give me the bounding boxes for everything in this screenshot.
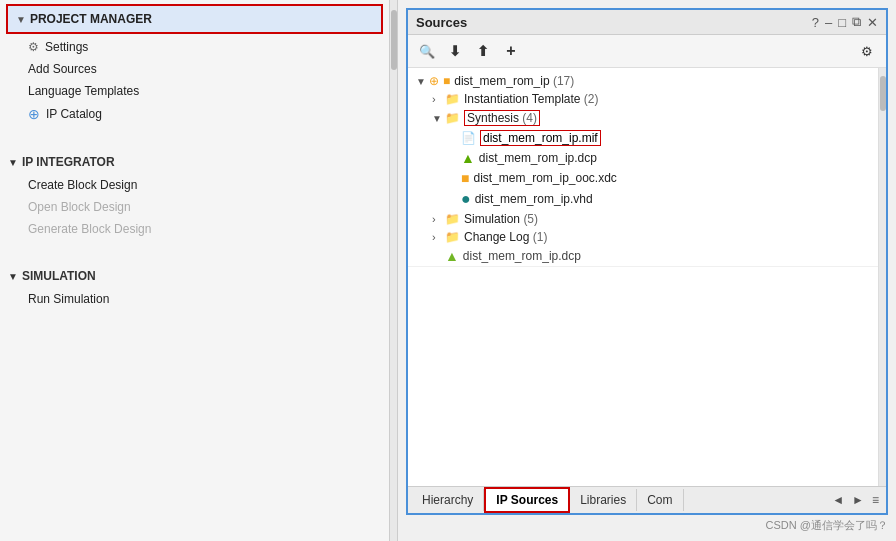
left-scroll-thumb	[391, 10, 397, 70]
tree-item-ooc-xdc[interactable]: ■ dist_mem_rom_ip_ooc.xdc	[408, 168, 878, 188]
close-button[interactable]: ✕	[867, 15, 878, 30]
tree-item-dcp2[interactable]: ▲ dist_mem_rom_ip.dcp	[408, 246, 878, 267]
tab-label-ip-sources: IP Sources	[496, 493, 558, 507]
sources-toolbar: 🔍 ⬇ ⬆ + ⚙	[408, 35, 886, 68]
titlebar-controls: ? – □ ⧉ ✕	[812, 14, 878, 30]
minimize-button[interactable]: –	[825, 15, 832, 30]
tree-label-simulation-folder: Simulation (5)	[464, 212, 538, 226]
tree-label-vhd: dist_mem_rom_ip.vhd	[475, 192, 593, 206]
folder-icon-synthesis: 📁	[445, 111, 460, 125]
sources-window: Sources ? – □ ⧉ ✕ 🔍 ⬇ ⬆ + ⚙ ▼	[406, 8, 888, 515]
orange-file-icon: ■	[443, 74, 450, 88]
section-simulation[interactable]: ▼ SIMULATION	[0, 264, 389, 288]
tab-libraries[interactable]: Libraries	[570, 489, 637, 511]
tab-hierarchy[interactable]: Hierarchy	[412, 489, 484, 511]
teal-dot-icon: ●	[461, 190, 471, 208]
tree-label-dist-mem-rom-ip: dist_mem_rom_ip (17)	[454, 74, 574, 88]
section-ip-integrator[interactable]: ▼ IP INTEGRATOR	[0, 150, 389, 174]
add-button[interactable]: +	[498, 39, 524, 63]
left-panel: ▼ PROJECT MANAGER ⚙ Settings Add Sources…	[0, 0, 390, 541]
section-label-project-manager: PROJECT MANAGER	[30, 12, 152, 26]
sidebar-item-label-generate-block-design: Generate Block Design	[28, 222, 151, 236]
tree-label-ooc-xdc: dist_mem_rom_ip_ooc.xdc	[473, 171, 616, 185]
ip-file-icon: ⊕	[429, 74, 439, 88]
sidebar-item-ip-catalog[interactable]: ⊕ IP Catalog	[0, 102, 389, 126]
sources-tabs: Hierarchy IP Sources Libraries Com ◄ ► ≡	[408, 486, 886, 513]
folder-icon-instantiation: 📁	[445, 92, 460, 106]
tree-item-vhd[interactable]: ● dist_mem_rom_ip.vhd	[408, 188, 878, 210]
sidebar-item-create-block-design[interactable]: Create Block Design	[0, 174, 389, 196]
section-label-ip-integrator: IP INTEGRATOR	[22, 155, 115, 169]
sources-title: Sources	[416, 15, 467, 30]
tree-label-dcp1: dist_mem_rom_ip.dcp	[479, 151, 597, 165]
file-tree: ▼ ⊕ ■ dist_mem_rom_ip (17) › 📁 Instantia…	[408, 68, 878, 486]
sidebar-item-run-simulation[interactable]: Run Simulation	[0, 288, 389, 310]
chevron-project-manager: ▼	[16, 14, 26, 25]
file-icon-mif: 📄	[461, 131, 476, 145]
tree-item-synthesis[interactable]: ▼ 📁 Synthesis (4)	[408, 108, 878, 128]
left-scrollbar[interactable]	[390, 0, 398, 541]
orange-square-icon: ■	[461, 170, 469, 186]
section-label-simulation: SIMULATION	[22, 269, 96, 283]
sidebar-item-label-open-block-design: Open Block Design	[28, 200, 131, 214]
search-button[interactable]: 🔍	[414, 39, 440, 63]
sidebar-item-label-ip-catalog: IP Catalog	[46, 107, 102, 121]
chevron-dist-mem-rom-ip: ▼	[416, 76, 426, 87]
sidebar-item-label-run-simulation: Run Simulation	[28, 292, 109, 306]
maximize-button[interactable]: □	[838, 15, 846, 30]
tree-label-change-log: Change Log (1)	[464, 230, 547, 244]
sidebar-item-language-templates[interactable]: Language Templates	[0, 80, 389, 102]
watermark-text: CSDN @通信学会了吗？	[766, 519, 888, 531]
chevron-ip-integrator: ▼	[8, 157, 18, 168]
collapse-button[interactable]: ⬇	[442, 39, 468, 63]
tab-com[interactable]: Com	[637, 489, 683, 511]
right-panel: Sources ? – □ ⧉ ✕ 🔍 ⬇ ⬆ + ⚙ ▼	[398, 0, 896, 541]
tab-menu-button[interactable]: ≡	[869, 491, 882, 509]
tree-label-synthesis: Synthesis (4)	[464, 110, 540, 126]
sidebar-item-add-sources[interactable]: Add Sources	[0, 58, 389, 80]
green-triangle-icon-2: ▲	[445, 248, 459, 264]
right-scroll-thumb	[880, 76, 886, 111]
tree-item-dist-mem-rom-ip[interactable]: ▼ ⊕ ■ dist_mem_rom_ip (17)	[408, 72, 878, 90]
sidebar-item-open-block-design: Open Block Design	[0, 196, 389, 218]
tab-label-hierarchy: Hierarchy	[422, 493, 473, 507]
tab-next-button[interactable]: ►	[849, 491, 867, 509]
sidebar-item-label-settings: Settings	[45, 40, 88, 54]
chevron-change-log: ›	[432, 231, 442, 243]
gear-settings-button[interactable]: ⚙	[854, 39, 880, 63]
watermark: CSDN @通信学会了吗？	[406, 518, 888, 533]
gear-icon: ⚙	[28, 40, 39, 54]
tree-label-instantiation-template: Instantiation Template (2)	[464, 92, 599, 106]
folder-icon-change-log: 📁	[445, 230, 460, 244]
tree-label-dcp2: dist_mem_rom_ip.dcp	[463, 249, 581, 263]
chevron-simulation: ▼	[8, 271, 18, 282]
tree-item-change-log[interactable]: › 📁 Change Log (1)	[408, 228, 878, 246]
tab-label-com: Com	[647, 493, 672, 507]
tree-item-mif[interactable]: 📄 dist_mem_rom_ip.mif	[408, 128, 878, 148]
expand-button[interactable]: ⬆	[470, 39, 496, 63]
chevron-synthesis: ▼	[432, 113, 442, 124]
sidebar-item-settings[interactable]: ⚙ Settings	[0, 36, 389, 58]
sidebar-item-label-add-sources: Add Sources	[28, 62, 97, 76]
chevron-instantiation-template: ›	[432, 93, 442, 105]
chevron-simulation-folder: ›	[432, 213, 442, 225]
tree-item-instantiation-template[interactable]: › 📁 Instantiation Template (2)	[408, 90, 878, 108]
tab-ip-sources[interactable]: IP Sources	[484, 487, 570, 513]
green-triangle-icon: ▲	[461, 150, 475, 166]
section-project-manager[interactable]: ▼ PROJECT MANAGER	[6, 4, 383, 34]
sidebar-item-label-language-templates: Language Templates	[28, 84, 139, 98]
float-button[interactable]: ⧉	[852, 14, 861, 30]
help-button[interactable]: ?	[812, 15, 819, 30]
tree-item-dcp1[interactable]: ▲ dist_mem_rom_ip.dcp	[408, 148, 878, 168]
folder-icon-simulation: 📁	[445, 212, 460, 226]
tab-prev-button[interactable]: ◄	[829, 491, 847, 509]
sidebar-item-generate-block-design: Generate Block Design	[0, 218, 389, 240]
sidebar-item-label-create-block-design: Create Block Design	[28, 178, 137, 192]
tab-nav: ◄ ► ≡	[829, 491, 882, 509]
ip-icon: ⊕	[28, 106, 40, 122]
tree-item-simulation-folder[interactable]: › 📁 Simulation (5)	[408, 210, 878, 228]
right-scrollbar[interactable]	[878, 68, 886, 486]
sources-titlebar: Sources ? – □ ⧉ ✕	[408, 10, 886, 35]
tree-label-mif: dist_mem_rom_ip.mif	[480, 130, 601, 146]
tab-label-libraries: Libraries	[580, 493, 626, 507]
